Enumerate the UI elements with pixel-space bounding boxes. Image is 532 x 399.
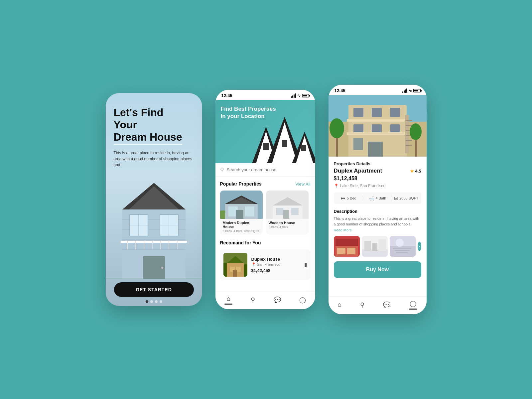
status-icons: ∿ xyxy=(291,93,309,98)
svg-rect-68 xyxy=(353,138,363,150)
svg-point-78 xyxy=(330,118,344,138)
svg-rect-76 xyxy=(406,145,412,146)
location-icon: 📍 xyxy=(334,184,339,188)
hero-banner: Find Best Properties In your Location xyxy=(215,100,315,163)
signal-icon xyxy=(291,93,296,98)
nav-search[interactable]: ⚲ xyxy=(251,296,255,304)
status-time: 12:45 xyxy=(221,93,232,98)
svg-rect-45 xyxy=(291,208,299,215)
svg-rect-30 xyxy=(263,143,269,150)
card-1-info: Modern Duplex House 5 Beds 4 Bats 2000 S… xyxy=(220,219,263,235)
buy-now-button[interactable]: Buy Now xyxy=(334,261,421,278)
photo-thumb-3[interactable] xyxy=(390,236,416,257)
svg-rect-39 xyxy=(236,210,243,219)
location-pin-icon: 📍 xyxy=(251,262,256,267)
svg-rect-67 xyxy=(347,132,408,135)
specs-row: 🛏 5 Bed 🛁 4 Bath ⊞ 2000 SQFT xyxy=(334,192,421,204)
banner-headline: Find Best Properties In your Location xyxy=(221,105,276,120)
pagination-dots xyxy=(146,300,162,303)
svg-rect-92 xyxy=(390,246,416,257)
property-card-2[interactable]: Wooden House 5 Beds 4 Bats xyxy=(266,191,309,235)
detail-battery-icon xyxy=(413,89,421,92)
svg-rect-95 xyxy=(395,250,410,251)
get-started-button[interactable]: GET STARTED xyxy=(114,282,194,297)
splash-description: This is a great place to reside in, havi… xyxy=(114,150,194,168)
wifi-icon: ∿ xyxy=(297,93,301,98)
spec-beds: 🛏 5 Bed xyxy=(336,196,361,201)
detail-nav-chat[interactable]: 💬 xyxy=(383,301,390,309)
svg-rect-89 xyxy=(372,243,377,251)
nav-home[interactable]: ⌂ xyxy=(224,295,232,305)
recommend-section: Recomand for You Duple xyxy=(220,240,311,280)
detail-nav-profile[interactable]: ◯ xyxy=(409,300,417,310)
svg-rect-38 xyxy=(245,206,254,216)
detail-nav-search[interactable]: ⚲ xyxy=(360,301,364,309)
detail-chat-icon: 💬 xyxy=(383,301,390,309)
banner-text: Find Best Properties In your Location xyxy=(221,105,276,120)
svg-rect-65 xyxy=(390,124,400,133)
detail-time: 12:45 xyxy=(334,88,345,93)
card-1-title: Modern Duplex House xyxy=(223,221,260,229)
photo-more-button[interactable]: › xyxy=(418,242,421,251)
recommend-card-1[interactable]: Duplex House 📍 San Fransisco $1,42,458 ▮ xyxy=(220,249,311,280)
card-1-image xyxy=(220,191,263,219)
desc-text: This is a great place to reside in, havi… xyxy=(334,216,421,227)
svg-rect-61 xyxy=(372,108,382,117)
property-name-row: Duplex Apartment ★ 4.5 xyxy=(334,168,421,174)
read-more-link[interactable]: Read More xyxy=(334,228,421,232)
detail-bottom-nav: ⌂ ⚲ 💬 ◯ xyxy=(329,296,427,314)
photo-thumb-2[interactable] xyxy=(362,236,388,257)
property-name: Duplex Apartment xyxy=(334,168,382,174)
svg-rect-53 xyxy=(223,263,227,277)
nav-profile[interactable]: ◯ xyxy=(299,296,306,304)
star-icon: ★ xyxy=(410,169,414,174)
property-cards: Modern Duplex House 5 Beds 4 Bats 2000 S… xyxy=(220,191,311,235)
svg-rect-66 xyxy=(347,119,408,122)
svg-rect-64 xyxy=(372,124,382,133)
splash-bottom: GET STARTED xyxy=(106,279,202,306)
detail-home-icon: ⌂ xyxy=(338,301,341,308)
dot-2 xyxy=(150,300,153,303)
card-2-title: Wooden House xyxy=(269,221,306,225)
svg-rect-63 xyxy=(353,124,363,133)
detail-hero-image xyxy=(329,95,427,157)
listings-content: Popular Properties View All xyxy=(215,177,315,292)
house-illustration xyxy=(106,156,202,279)
property-card-1[interactable]: Modern Duplex House 5 Beds 4 Bats 2000 S… xyxy=(220,191,263,235)
bottom-nav: ⌂ ⚲ 💬 ◯ xyxy=(215,292,315,309)
svg-rect-46 xyxy=(283,210,289,219)
photo-thumb-1[interactable] xyxy=(334,236,360,257)
svg-point-14 xyxy=(161,267,163,269)
phone-detail: 12:45 ∿ xyxy=(329,85,427,314)
svg-rect-51 xyxy=(236,267,241,272)
recommend-info: Duplex House 📍 San Fransisco $1,42,458 xyxy=(251,257,300,273)
battery-icon xyxy=(302,94,309,97)
search-input[interactable] xyxy=(227,167,311,172)
rating-value: 4.5 xyxy=(415,169,421,174)
bookmark-button[interactable]: ▮ xyxy=(304,262,307,268)
recommend-title: Recomand for You xyxy=(220,240,261,245)
dot-4 xyxy=(160,300,162,303)
nav-chat[interactable]: 💬 xyxy=(274,296,281,304)
bed-icon: 🛏 xyxy=(341,196,345,201)
svg-rect-96 xyxy=(396,252,408,253)
chat-icon: 💬 xyxy=(274,296,281,304)
svg-rect-75 xyxy=(406,140,412,141)
svg-rect-72 xyxy=(406,125,412,126)
svg-rect-71 xyxy=(406,120,412,121)
splash-headline: Let's Find Your Dream House xyxy=(114,106,194,145)
svg-rect-88 xyxy=(364,241,371,251)
detail-nav-home[interactable]: ⌂ xyxy=(338,301,341,308)
detail-wifi-icon: ∿ xyxy=(409,88,412,93)
recommend-header: Recomand for You xyxy=(220,240,311,245)
card-2-image xyxy=(266,191,309,219)
recommend-name: Duplex House xyxy=(251,257,300,262)
svg-rect-90 xyxy=(378,239,386,251)
svg-rect-69 xyxy=(368,142,383,157)
recommend-image xyxy=(223,253,247,277)
detail-signal-icon xyxy=(402,88,407,93)
view-all-button[interactable]: View All xyxy=(295,182,310,187)
detail-status-icons: ∿ xyxy=(402,88,421,93)
desc-title: Description xyxy=(334,209,421,214)
dot-3 xyxy=(155,300,158,303)
